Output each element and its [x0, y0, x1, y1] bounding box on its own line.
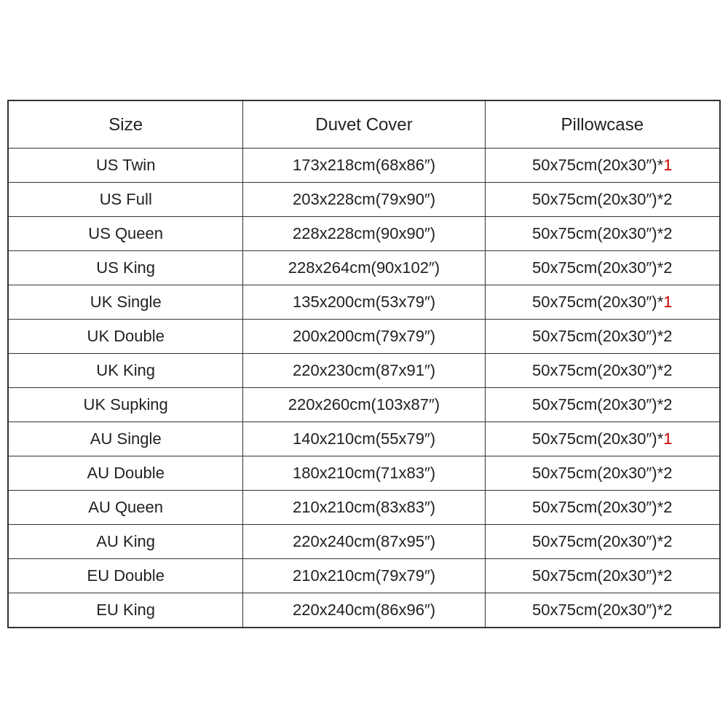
- cell-duvet: 220x240cm(87x95″): [243, 525, 485, 559]
- pillow-base-text: 50x75cm(20x30″)*: [532, 601, 663, 619]
- table-row: AU Queen210x210cm(83x83″)50x75cm(20x30″)…: [9, 491, 720, 525]
- cell-duvet: 135x200cm(53x79″): [243, 285, 485, 320]
- table-row: US King228x264cm(90x102″)50x75cm(20x30″)…: [9, 251, 720, 285]
- cell-pillow: 50x75cm(20x30″)*1: [485, 422, 719, 456]
- cell-pillow: 50x75cm(20x30″)*2: [485, 593, 719, 628]
- cell-pillow: 50x75cm(20x30″)*2: [485, 559, 719, 593]
- pillow-base-text: 50x75cm(20x30″)*: [532, 156, 663, 174]
- cell-size: US Full: [9, 183, 243, 217]
- table-row: US Full203x228cm(79x90″)50x75cm(20x30″)*…: [9, 183, 720, 217]
- cell-size: US King: [9, 251, 243, 285]
- cell-pillow: 50x75cm(20x30″)*2: [485, 251, 719, 285]
- cell-duvet: 210x210cm(79x79″): [243, 559, 485, 593]
- table-row: UK Double200x200cm(79x79″)50x75cm(20x30″…: [9, 320, 720, 354]
- size-chart-table: Size Duvet Cover Pillowcase US Twin173x2…: [8, 100, 720, 628]
- cell-size: UK King: [9, 354, 243, 388]
- pillow-qty: 2: [663, 224, 672, 242]
- pillow-base-text: 50x75cm(20x30″)*: [532, 566, 663, 585]
- cell-size: AU Queen: [9, 491, 243, 525]
- cell-size: AU King: [9, 525, 243, 559]
- pillow-qty: 2: [663, 464, 672, 482]
- cell-size: US Twin: [9, 149, 243, 183]
- pillow-base-text: 50x75cm(20x30″)*: [532, 430, 663, 448]
- pillow-qty: 2: [663, 258, 672, 277]
- table-row: EU King220x240cm(86x96″)50x75cm(20x30″)*…: [9, 593, 720, 628]
- pillow-base-text: 50x75cm(20x30″)*: [532, 361, 663, 379]
- header-pillow: Pillowcase: [485, 101, 719, 149]
- table-row: UK King220x230cm(87x91″)50x75cm(20x30″)*…: [9, 354, 720, 388]
- pillow-base-text: 50x75cm(20x30″)*: [532, 224, 663, 242]
- header-duvet: Duvet Cover: [243, 101, 485, 149]
- pillow-base-text: 50x75cm(20x30″)*: [532, 258, 663, 277]
- table-row: US Twin173x218cm(68x86″)50x75cm(20x30″)*…: [9, 149, 720, 183]
- pillow-qty: 1: [663, 156, 672, 174]
- cell-pillow: 50x75cm(20x30″)*2: [485, 354, 719, 388]
- cell-duvet: 200x200cm(79x79″): [243, 320, 485, 354]
- cell-pillow: 50x75cm(20x30″)*2: [485, 491, 719, 525]
- table-row: AU Double180x210cm(71x83″)50x75cm(20x30″…: [9, 456, 720, 491]
- table-row: AU King220x240cm(87x95″)50x75cm(20x30″)*…: [9, 525, 720, 559]
- cell-duvet: 228x228cm(90x90″): [243, 217, 485, 251]
- pillow-base-text: 50x75cm(20x30″)*: [532, 464, 663, 482]
- pillow-qty: 2: [663, 601, 672, 619]
- table-row: AU Single140x210cm(55x79″)50x75cm(20x30″…: [9, 422, 720, 456]
- cell-duvet: 220x240cm(86x96″): [243, 593, 485, 628]
- table-row: UK Supking220x260cm(103x87″)50x75cm(20x3…: [9, 388, 720, 422]
- cell-duvet: 140x210cm(55x79″): [243, 422, 485, 456]
- cell-size: EU Double: [9, 559, 243, 593]
- pillow-base-text: 50x75cm(20x30″)*: [532, 532, 663, 550]
- pillow-base-text: 50x75cm(20x30″)*: [532, 327, 663, 345]
- cell-pillow: 50x75cm(20x30″)*2: [485, 525, 719, 559]
- cell-duvet: 210x210cm(83x83″): [243, 491, 485, 525]
- pillow-base-text: 50x75cm(20x30″)*: [532, 395, 663, 414]
- cell-pillow: 50x75cm(20x30″)*2: [485, 388, 719, 422]
- cell-size: AU Double: [9, 456, 243, 491]
- cell-duvet: 203x228cm(79x90″): [243, 183, 485, 217]
- cell-duvet: 228x264cm(90x102″): [243, 251, 485, 285]
- pillow-qty: 2: [663, 566, 672, 585]
- cell-size: UK Double: [9, 320, 243, 354]
- cell-size: EU King: [9, 593, 243, 628]
- cell-size: US Queen: [9, 217, 243, 251]
- table-row: EU Double210x210cm(79x79″)50x75cm(20x30″…: [9, 559, 720, 593]
- cell-pillow: 50x75cm(20x30″)*1: [485, 285, 719, 320]
- cell-size: AU Single: [9, 422, 243, 456]
- size-chart-container: Size Duvet Cover Pillowcase US Twin173x2…: [7, 100, 721, 628]
- pillow-base-text: 50x75cm(20x30″)*: [532, 498, 663, 516]
- header-size: Size: [9, 101, 243, 149]
- cell-size: UK Single: [9, 285, 243, 320]
- cell-duvet: 180x210cm(71x83″): [243, 456, 485, 491]
- cell-pillow: 50x75cm(20x30″)*2: [485, 456, 719, 491]
- cell-duvet: 220x230cm(87x91″): [243, 354, 485, 388]
- pillow-qty: 2: [663, 361, 672, 379]
- pillow-qty: 2: [663, 395, 672, 414]
- cell-size: UK Supking: [9, 388, 243, 422]
- pillow-qty: 2: [663, 532, 672, 550]
- table-row: US Queen228x228cm(90x90″)50x75cm(20x30″)…: [9, 217, 720, 251]
- pillow-qty: 1: [663, 293, 672, 311]
- pillow-qty: 2: [663, 498, 672, 516]
- pillow-base-text: 50x75cm(20x30″)*: [532, 293, 663, 311]
- table-row: UK Single135x200cm(53x79″)50x75cm(20x30″…: [9, 285, 720, 320]
- pillow-base-text: 50x75cm(20x30″)*: [532, 190, 663, 208]
- cell-pillow: 50x75cm(20x30″)*1: [485, 149, 719, 183]
- cell-duvet: 173x218cm(68x86″): [243, 149, 485, 183]
- pillow-qty: 2: [663, 190, 672, 208]
- cell-pillow: 50x75cm(20x30″)*2: [485, 183, 719, 217]
- header-row: Size Duvet Cover Pillowcase: [9, 101, 720, 149]
- cell-duvet: 220x260cm(103x87″): [243, 388, 485, 422]
- cell-pillow: 50x75cm(20x30″)*2: [485, 320, 719, 354]
- pillow-qty: 2: [663, 327, 672, 345]
- cell-pillow: 50x75cm(20x30″)*2: [485, 217, 719, 251]
- pillow-qty: 1: [663, 430, 672, 448]
